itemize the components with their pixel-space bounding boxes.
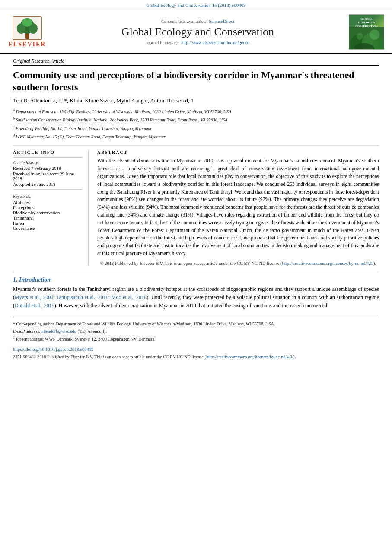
authors-line: Teri D. Allendorf a, b, *, Khine Khine S… <box>13 97 379 104</box>
keyword-tanintharyi: Tanintharyi <box>13 216 82 220</box>
keyword-biodiversity: Biodiversity conservation <box>13 210 82 215</box>
journal-cover-title: GLOBALECOLOGY &CONSERVATION <box>351 17 382 28</box>
authors-text: Teri D. Allendorf a, b, *, Khine Khine S… <box>13 97 194 104</box>
homepage-link[interactable]: http://www.elsevier.com/locate/gecco <box>181 40 249 45</box>
myers-ref[interactable]: Myers et al., 2000 <box>15 294 53 300</box>
sciencedirect-link[interactable]: ScienceDirect <box>209 19 234 24</box>
elsevier-tree-icon <box>13 16 42 40</box>
footnote-1: 1 Present address: WWF Denmark, Svanevej… <box>13 335 379 342</box>
email-link[interactable]: allendorf@wisc.edu <box>41 329 76 334</box>
elsevier-brand-text: ELSEVIER <box>9 41 46 48</box>
article-title: Community use and perceptions of a biodi… <box>13 69 379 93</box>
affiliation-c: c Friends of Wildlife, No. 14, Thitsar R… <box>13 124 379 132</box>
journal-center: Contents lists available at ScienceDirec… <box>51 19 344 45</box>
cover-leaves-svg <box>349 27 384 49</box>
journal-header: ELSEVIER Contents lists available at Sci… <box>0 10 392 54</box>
footnote-divider <box>13 317 379 317</box>
abstract-text: With the advent of democratization in My… <box>97 157 379 258</box>
journal-title: Global Ecology and Conservation <box>51 25 344 38</box>
doi-line: https://doi.org/10.1016/j.gecco.2018.e00… <box>13 347 379 352</box>
abstract-title: ABSTRACT <box>97 150 379 155</box>
tantipisanuh-ref[interactable]: Tantipisanuh et al., 2016 <box>56 294 108 300</box>
cc-license-link[interactable]: http://creativecommons.org/licenses/by-n… <box>282 261 374 266</box>
footnote-email: E-mail address: allendorf@wisc.edu (T.D.… <box>13 328 379 334</box>
abstract-copyright: © 2018 Published by Elsevier B.V. This i… <box>97 261 379 266</box>
section-1-heading: 1. Introduction <box>13 277 379 283</box>
section-1-paragraph-1: Myanmar's southern forests in the Tanint… <box>13 285 379 310</box>
svg-point-12 <box>370 29 379 39</box>
divider-1 <box>13 157 82 158</box>
svg-rect-1 <box>25 33 29 39</box>
moo-ref[interactable]: Moo et al., 2018 <box>112 294 147 300</box>
received-date: Received 7 February 2018 <box>13 166 82 171</box>
article-info-column: ARTICLE INFO Article history: Received 7… <box>13 150 89 266</box>
article-type: Original Research Article <box>13 54 379 66</box>
footnote-star: * Corresponding author. Department of Fo… <box>13 321 379 327</box>
svg-point-13 <box>357 33 363 40</box>
elsevier-logo: ELSEVIER <box>8 16 47 48</box>
contents-line: Contents lists available at ScienceDirec… <box>51 19 344 24</box>
doi-link[interactable]: https://doi.org/10.1016/j.gecco.2018.e00… <box>13 347 93 352</box>
abstract-column: ABSTRACT With the advent of democratizat… <box>97 150 379 266</box>
affiliation-b: b Smithsonian Conservation Biology Insti… <box>13 116 379 124</box>
affiliations: a Department of Forest and Wildlife Ecol… <box>13 108 379 146</box>
divider-2 <box>13 189 82 190</box>
bottom-license-link[interactable]: http://creativecommons.org/licenses/by-n… <box>206 354 293 359</box>
svg-point-5 <box>22 18 32 27</box>
keyword-karen: Karen <box>13 221 82 226</box>
journal-cover-image: GLOBALECOLOGY &CONSERVATION <box>349 14 384 50</box>
article-info-title: ARTICLE INFO <box>13 150 82 155</box>
section-divider <box>13 272 379 272</box>
donald-ref[interactable]: Donald et al., 2015 <box>15 303 54 309</box>
journal-reference-bar: Global Ecology and Conservation 15 (2018… <box>0 0 392 10</box>
main-content: Original Research Article Community use … <box>0 54 392 360</box>
footnotes: * Corresponding author. Department of Fo… <box>13 321 379 342</box>
keyword-attitudes: Attitudes <box>13 200 82 205</box>
keywords-label: Keywords: <box>13 194 82 199</box>
received-revised-date: Received in revised form 29 June 2018 <box>13 172 82 181</box>
affiliation-d: d WWF Myanmar, No. 15 (C), Than Thaman R… <box>13 133 379 140</box>
cover-image-area <box>349 27 384 49</box>
article-history-label: Article history: <box>13 160 82 165</box>
keyword-perceptions: Perceptions <box>13 205 82 210</box>
affiliation-a: a Department of Forest and Wildlife Ecol… <box>13 108 379 115</box>
bottom-copyright: 2351-9894/© 2018 Published by Elsevier B… <box>13 353 379 360</box>
two-column-layout: ARTICLE INFO Article history: Received 7… <box>13 150 379 266</box>
journal-homepage: journal homepage: http://www.elsevier.co… <box>51 40 344 45</box>
accepted-date: Accepted 29 June 2018 <box>13 182 82 187</box>
journal-reference-text: Global Ecology and Conservation 15 (2018… <box>146 3 245 8</box>
keyword-governance: Governance <box>13 226 82 231</box>
